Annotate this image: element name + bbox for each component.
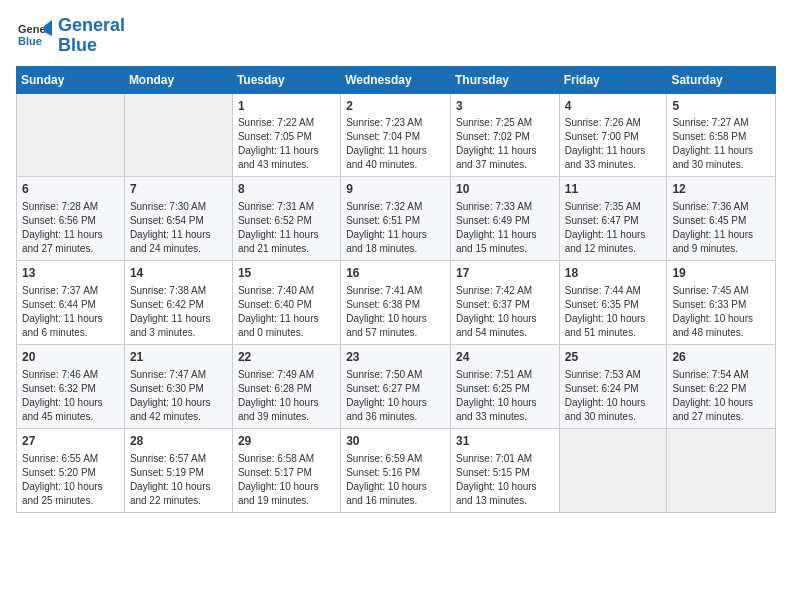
calendar-cell: 8Sunrise: 7:31 AM Sunset: 6:52 PM Daylig…: [232, 177, 340, 261]
cell-content: Sunrise: 7:44 AM Sunset: 6:35 PM Dayligh…: [565, 284, 662, 340]
day-number: 24: [456, 349, 554, 366]
day-number: 13: [22, 265, 119, 282]
day-number: 10: [456, 181, 554, 198]
cell-content: Sunrise: 7:50 AM Sunset: 6:27 PM Dayligh…: [346, 368, 445, 424]
svg-text:Blue: Blue: [18, 35, 42, 47]
calendar-cell: 7Sunrise: 7:30 AM Sunset: 6:54 PM Daylig…: [124, 177, 232, 261]
page-header: General Blue General Blue: [16, 16, 776, 56]
cell-content: Sunrise: 7:40 AM Sunset: 6:40 PM Dayligh…: [238, 284, 335, 340]
day-header-tuesday: Tuesday: [232, 66, 340, 93]
calendar-cell: [124, 93, 232, 177]
day-number: 6: [22, 181, 119, 198]
week-row-2: 6Sunrise: 7:28 AM Sunset: 6:56 PM Daylig…: [17, 177, 776, 261]
day-number: 8: [238, 181, 335, 198]
day-number: 2: [346, 98, 445, 115]
day-number: 28: [130, 433, 227, 450]
calendar-cell: 19Sunrise: 7:45 AM Sunset: 6:33 PM Dayli…: [667, 261, 776, 345]
day-number: 4: [565, 98, 662, 115]
day-number: 14: [130, 265, 227, 282]
logo-general-text: General: [58, 16, 125, 36]
calendar-cell: 30Sunrise: 6:59 AM Sunset: 5:16 PM Dayli…: [341, 428, 451, 512]
day-number: 30: [346, 433, 445, 450]
calendar-cell: 10Sunrise: 7:33 AM Sunset: 6:49 PM Dayli…: [450, 177, 559, 261]
day-number: 7: [130, 181, 227, 198]
calendar-cell: 31Sunrise: 7:01 AM Sunset: 5:15 PM Dayli…: [450, 428, 559, 512]
day-number: 19: [672, 265, 770, 282]
day-number: 16: [346, 265, 445, 282]
calendar-cell: 11Sunrise: 7:35 AM Sunset: 6:47 PM Dayli…: [559, 177, 667, 261]
cell-content: Sunrise: 7:51 AM Sunset: 6:25 PM Dayligh…: [456, 368, 554, 424]
calendar-cell: 2Sunrise: 7:23 AM Sunset: 7:04 PM Daylig…: [341, 93, 451, 177]
calendar-cell: 26Sunrise: 7:54 AM Sunset: 6:22 PM Dayli…: [667, 344, 776, 428]
calendar-cell: 1Sunrise: 7:22 AM Sunset: 7:05 PM Daylig…: [232, 93, 340, 177]
day-header-row: SundayMondayTuesdayWednesdayThursdayFrid…: [17, 66, 776, 93]
logo-icon: General Blue: [16, 18, 52, 54]
cell-content: Sunrise: 7:35 AM Sunset: 6:47 PM Dayligh…: [565, 200, 662, 256]
calendar-cell: 13Sunrise: 7:37 AM Sunset: 6:44 PM Dayli…: [17, 261, 125, 345]
day-header-wednesday: Wednesday: [341, 66, 451, 93]
calendar-cell: 18Sunrise: 7:44 AM Sunset: 6:35 PM Dayli…: [559, 261, 667, 345]
day-number: 23: [346, 349, 445, 366]
calendar-cell: 29Sunrise: 6:58 AM Sunset: 5:17 PM Dayli…: [232, 428, 340, 512]
cell-content: Sunrise: 7:38 AM Sunset: 6:42 PM Dayligh…: [130, 284, 227, 340]
calendar-cell: [17, 93, 125, 177]
week-row-5: 27Sunrise: 6:55 AM Sunset: 5:20 PM Dayli…: [17, 428, 776, 512]
calendar-cell: 16Sunrise: 7:41 AM Sunset: 6:38 PM Dayli…: [341, 261, 451, 345]
cell-content: Sunrise: 7:25 AM Sunset: 7:02 PM Dayligh…: [456, 116, 554, 172]
day-number: 25: [565, 349, 662, 366]
calendar-cell: 4Sunrise: 7:26 AM Sunset: 7:00 PM Daylig…: [559, 93, 667, 177]
calendar-cell: 6Sunrise: 7:28 AM Sunset: 6:56 PM Daylig…: [17, 177, 125, 261]
day-number: 31: [456, 433, 554, 450]
week-row-1: 1Sunrise: 7:22 AM Sunset: 7:05 PM Daylig…: [17, 93, 776, 177]
day-number: 27: [22, 433, 119, 450]
day-number: 15: [238, 265, 335, 282]
cell-content: Sunrise: 7:23 AM Sunset: 7:04 PM Dayligh…: [346, 116, 445, 172]
cell-content: Sunrise: 7:53 AM Sunset: 6:24 PM Dayligh…: [565, 368, 662, 424]
cell-content: Sunrise: 7:30 AM Sunset: 6:54 PM Dayligh…: [130, 200, 227, 256]
calendar-cell: 5Sunrise: 7:27 AM Sunset: 6:58 PM Daylig…: [667, 93, 776, 177]
day-number: 1: [238, 98, 335, 115]
cell-content: Sunrise: 7:54 AM Sunset: 6:22 PM Dayligh…: [672, 368, 770, 424]
cell-content: Sunrise: 6:58 AM Sunset: 5:17 PM Dayligh…: [238, 452, 335, 508]
calendar-cell: 25Sunrise: 7:53 AM Sunset: 6:24 PM Dayli…: [559, 344, 667, 428]
day-number: 11: [565, 181, 662, 198]
cell-content: Sunrise: 7:49 AM Sunset: 6:28 PM Dayligh…: [238, 368, 335, 424]
cell-content: Sunrise: 7:28 AM Sunset: 6:56 PM Dayligh…: [22, 200, 119, 256]
day-number: 12: [672, 181, 770, 198]
cell-content: Sunrise: 7:47 AM Sunset: 6:30 PM Dayligh…: [130, 368, 227, 424]
day-number: 18: [565, 265, 662, 282]
day-number: 5: [672, 98, 770, 115]
cell-content: Sunrise: 7:36 AM Sunset: 6:45 PM Dayligh…: [672, 200, 770, 256]
day-number: 20: [22, 349, 119, 366]
calendar-table: SundayMondayTuesdayWednesdayThursdayFrid…: [16, 66, 776, 513]
week-row-4: 20Sunrise: 7:46 AM Sunset: 6:32 PM Dayli…: [17, 344, 776, 428]
day-header-saturday: Saturday: [667, 66, 776, 93]
calendar-cell: 22Sunrise: 7:49 AM Sunset: 6:28 PM Dayli…: [232, 344, 340, 428]
calendar-cell: 20Sunrise: 7:46 AM Sunset: 6:32 PM Dayli…: [17, 344, 125, 428]
day-number: 22: [238, 349, 335, 366]
calendar-cell: 21Sunrise: 7:47 AM Sunset: 6:30 PM Dayli…: [124, 344, 232, 428]
calendar-cell: 3Sunrise: 7:25 AM Sunset: 7:02 PM Daylig…: [450, 93, 559, 177]
cell-content: Sunrise: 7:46 AM Sunset: 6:32 PM Dayligh…: [22, 368, 119, 424]
calendar-cell: 23Sunrise: 7:50 AM Sunset: 6:27 PM Dayli…: [341, 344, 451, 428]
cell-content: Sunrise: 6:59 AM Sunset: 5:16 PM Dayligh…: [346, 452, 445, 508]
calendar-cell: 24Sunrise: 7:51 AM Sunset: 6:25 PM Dayli…: [450, 344, 559, 428]
calendar-cell: 12Sunrise: 7:36 AM Sunset: 6:45 PM Dayli…: [667, 177, 776, 261]
logo-blue-text: Blue: [58, 36, 125, 56]
day-number: 26: [672, 349, 770, 366]
cell-content: Sunrise: 7:27 AM Sunset: 6:58 PM Dayligh…: [672, 116, 770, 172]
day-number: 3: [456, 98, 554, 115]
day-number: 9: [346, 181, 445, 198]
calendar-cell: [559, 428, 667, 512]
cell-content: Sunrise: 7:26 AM Sunset: 7:00 PM Dayligh…: [565, 116, 662, 172]
logo: General Blue General Blue: [16, 16, 125, 56]
calendar-cell: 17Sunrise: 7:42 AM Sunset: 6:37 PM Dayli…: [450, 261, 559, 345]
day-number: 21: [130, 349, 227, 366]
cell-content: Sunrise: 6:57 AM Sunset: 5:19 PM Dayligh…: [130, 452, 227, 508]
cell-content: Sunrise: 7:41 AM Sunset: 6:38 PM Dayligh…: [346, 284, 445, 340]
calendar-cell: 28Sunrise: 6:57 AM Sunset: 5:19 PM Dayli…: [124, 428, 232, 512]
cell-content: Sunrise: 6:55 AM Sunset: 5:20 PM Dayligh…: [22, 452, 119, 508]
cell-content: Sunrise: 7:42 AM Sunset: 6:37 PM Dayligh…: [456, 284, 554, 340]
calendar-cell: 14Sunrise: 7:38 AM Sunset: 6:42 PM Dayli…: [124, 261, 232, 345]
calendar-cell: 27Sunrise: 6:55 AM Sunset: 5:20 PM Dayli…: [17, 428, 125, 512]
